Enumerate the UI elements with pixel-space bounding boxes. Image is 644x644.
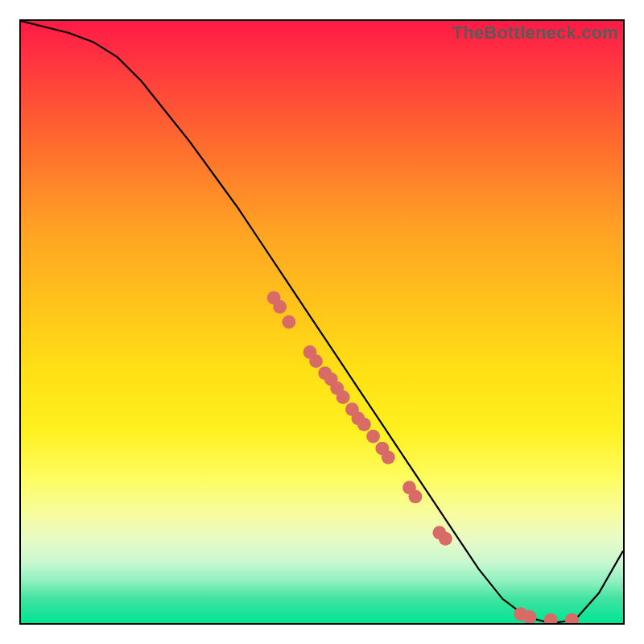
- chart-container: TheBottleneck.com: [0, 0, 644, 644]
- chart-svg: [21, 21, 623, 623]
- scatter-point: [357, 418, 371, 431]
- curve-line-group: [21, 21, 623, 623]
- scatter-point: [408, 489, 422, 503]
- scatter-point: [336, 390, 350, 404]
- scatter-point: [382, 451, 395, 464]
- scatter-point: [439, 532, 452, 546]
- scatter-point: [544, 613, 558, 623]
- curve-line: [21, 21, 623, 623]
- scatter-group: [267, 291, 579, 623]
- scatter-point: [309, 354, 323, 368]
- plot-area: TheBottleneck.com: [19, 19, 625, 625]
- scatter-point: [282, 316, 295, 329]
- scatter-point: [366, 430, 380, 444]
- scatter-point: [273, 300, 287, 314]
- watermark-label: TheBottleneck.com: [452, 23, 618, 43]
- scatter-point: [565, 613, 579, 623]
